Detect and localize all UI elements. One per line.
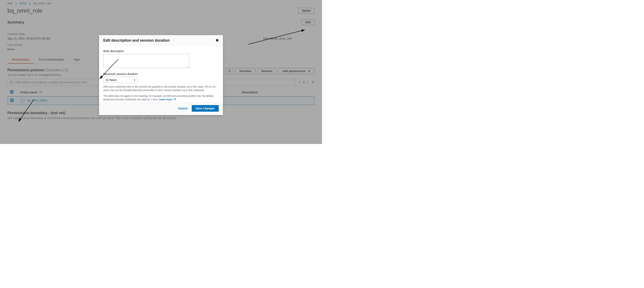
select-all-checkbox[interactable]	[10, 90, 14, 93]
pagination: ❮ 1 ❯	[298, 80, 314, 84]
help-text-1: IAM users switching roles in the console…	[103, 85, 219, 92]
help-text-2: This field does not apply to role chaini…	[103, 94, 219, 102]
arn-label	[263, 32, 322, 36]
role-description-input[interactable]	[103, 54, 189, 68]
policies-count: (Selected 1/1)	[45, 68, 68, 72]
settings-button[interactable]	[311, 80, 314, 84]
cancel-button[interactable]: Cancel	[177, 105, 188, 112]
row-checkbox[interactable]	[10, 99, 14, 102]
page-title: bq_omni_role	[8, 7, 42, 14]
chevron-right-icon: ❯	[28, 2, 32, 5]
breadcrumb: IAM ❯ Roles ❯ bq_omni_role	[0, 0, 322, 5]
breadcrumb-current: bq_omni_role	[34, 2, 51, 5]
modal-close-button[interactable]: ✖	[216, 38, 219, 43]
policies-title: Permissions policies	[8, 68, 44, 72]
creation-date-label: Creation date	[8, 32, 69, 36]
last-activity-value: None	[8, 48, 69, 51]
boundary-subtitle: Set a permissions boundary to control th…	[8, 116, 314, 120]
creation-date-value: July 11, 2022, 09:33 (UTC-04:00)	[8, 37, 69, 40]
chevron-right-icon: ❯	[14, 2, 18, 5]
learn-more-link[interactable]: Learn more	[159, 98, 176, 101]
breadcrumb-iam[interactable]: IAM	[8, 2, 12, 5]
max-session-duration-label: Maximum session duration	[103, 72, 219, 76]
tab-permissions[interactable]: Permissions	[8, 56, 34, 64]
policy-link[interactable]: bq_omni_policy	[27, 99, 47, 102]
svg-line-1	[12, 83, 13, 84]
external-link-icon	[39, 91, 42, 93]
refresh-button[interactable]	[226, 68, 233, 74]
svg-point-2	[312, 81, 313, 82]
refresh-icon	[228, 69, 231, 73]
page-number: 1	[303, 80, 305, 84]
next-page[interactable]: ❯	[307, 80, 309, 84]
delete-button[interactable]: Delete	[298, 8, 314, 13]
modal-title: Edit description and session duration	[103, 38, 170, 43]
edit-modal: Edit description and session duration ✖ …	[99, 35, 223, 115]
search-icon	[10, 80, 13, 84]
summary-heading: Summary	[8, 20, 24, 24]
divider	[8, 28, 314, 29]
col-policy-name-label: Policy name	[20, 91, 37, 94]
col-description[interactable]: Description	[242, 91, 312, 94]
caret-down-icon: ▼	[308, 69, 311, 73]
learn-more-label: Learn more	[159, 98, 172, 101]
close-icon: ✖	[216, 38, 219, 42]
svg-point-0	[10, 81, 12, 83]
max-session-duration-select[interactable]: 12 hours	[103, 77, 137, 83]
tab-trust-relationships[interactable]: Trust relationships	[34, 56, 69, 64]
simulate-button[interactable]: Simulate	[236, 68, 255, 74]
breadcrumb-roles[interactable]: Roles	[20, 2, 27, 5]
save-changes-button[interactable]: Save changes	[192, 105, 219, 112]
expand-icon[interactable]: ＋	[20, 99, 24, 103]
tab-tags[interactable]: Tags	[69, 56, 85, 64]
prev-page[interactable]: ❮	[298, 80, 301, 84]
last-activity-label: Last activity	[8, 43, 69, 46]
arn-value: 536:role/bq_omni_role	[263, 37, 322, 40]
policies-subtitle: You can attach up to 10 managed policies…	[8, 73, 68, 76]
remove-button[interactable]: Remove	[257, 68, 276, 74]
add-permissions-button[interactable]: Add permissions ▼	[278, 68, 314, 74]
role-description-label: Role description	[103, 49, 219, 53]
external-link-icon	[174, 98, 176, 100]
add-permissions-label: Add permissions	[282, 69, 306, 73]
edit-button[interactable]: Edit	[302, 19, 314, 25]
gear-icon	[311, 80, 314, 84]
